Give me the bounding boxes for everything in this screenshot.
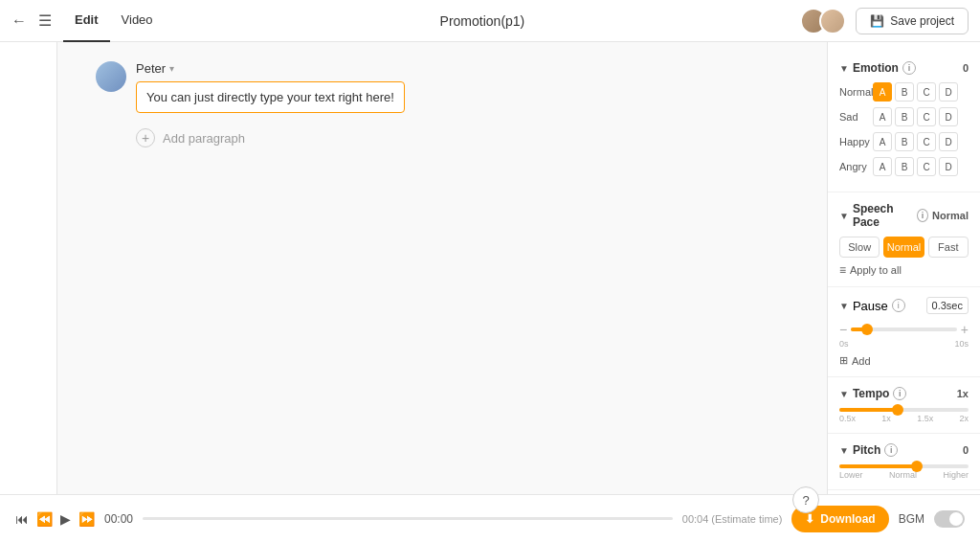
emotion-happy-d[interactable]: D xyxy=(939,132,958,151)
left-sidebar xyxy=(0,42,57,494)
step-back-button[interactable]: ⏪ xyxy=(36,511,53,527)
pause-header: ▼ Pause i 0.3sec xyxy=(839,297,969,314)
header-right: 💾 Save project xyxy=(800,8,969,34)
author-name-row: Peter ▾ xyxy=(136,61,789,76)
time-current: 00:00 xyxy=(104,512,133,526)
pause-max-label: 10s xyxy=(954,339,969,349)
speech-pace-header[interactable]: ▼ Speech Pace i Normal xyxy=(839,202,969,229)
speech-pace-info-icon: i xyxy=(917,209,928,222)
pause-chevron-icon: ▼ xyxy=(839,301,849,311)
pitch-normal-label: Normal xyxy=(889,470,917,480)
pace-fast[interactable]: Fast xyxy=(928,237,969,258)
add-paragraph-button[interactable]: + Add paragraph xyxy=(136,128,789,147)
bgm-label: BGM xyxy=(899,512,924,526)
pitch-slider-fill xyxy=(839,464,917,468)
tempo-max-label: 2x xyxy=(959,414,969,423)
avatar-2 xyxy=(819,8,846,34)
back-button[interactable]: ← xyxy=(11,12,27,30)
emotion-angry-buttons: A B C D xyxy=(873,157,958,176)
progress-bar[interactable] xyxy=(143,517,673,520)
pause-value: 0.3sec xyxy=(926,297,969,314)
emotion-value: 0 xyxy=(963,62,969,74)
pace-normal[interactable]: Normal xyxy=(883,237,924,258)
text-input-box[interactable]: You can just directly type your text rig… xyxy=(136,81,405,113)
step-forward-button[interactable]: ⏩ xyxy=(78,511,95,527)
tempo-slider-track[interactable] xyxy=(839,408,969,412)
download-icon: ⬇ xyxy=(805,512,814,526)
emotion-label: Emotion xyxy=(853,61,899,75)
emotion-sad-d[interactable]: D xyxy=(939,107,958,126)
bgm-toggle[interactable] xyxy=(934,510,965,528)
pace-slow[interactable]: Slow xyxy=(839,237,880,258)
emotion-sad-label: Sad xyxy=(839,111,873,123)
emotion-sad-c[interactable]: C xyxy=(917,107,936,126)
emotion-normal-c[interactable]: C xyxy=(917,82,936,102)
header: ← ☰ Edit Video Promotion(p1) 💾 Save proj… xyxy=(0,0,980,42)
add-label: Add xyxy=(852,355,871,367)
tempo-label: Tempo xyxy=(853,387,889,400)
skip-to-start-button[interactable]: ⏮ xyxy=(15,511,29,527)
pitch-label: Pitch xyxy=(853,443,880,457)
add-paragraph-icon: + xyxy=(136,128,155,147)
tempo-header[interactable]: ▼ Tempo i 1x xyxy=(839,387,969,400)
pitch-slider-thumb[interactable] xyxy=(911,461,923,472)
pace-buttons: Slow Normal Fast xyxy=(839,237,969,258)
pause-plus-icon[interactable]: + xyxy=(961,322,969,337)
pause-add-button[interactable]: ⊞ Add xyxy=(839,354,969,367)
tab-edit[interactable]: Edit xyxy=(63,0,110,42)
emotion-happy-c[interactable]: C xyxy=(917,132,936,151)
emotion-happy-b[interactable]: B xyxy=(895,132,914,151)
pitch-header[interactable]: ▼ Pitch i 0 xyxy=(839,443,969,457)
speech-pace-section: ▼ Speech Pace i Normal Slow Normal Fast … xyxy=(828,192,980,287)
help-button[interactable]: ? xyxy=(792,486,819,513)
pause-minus-icon[interactable]: − xyxy=(839,322,847,337)
pitch-labels: Lower Normal Higher xyxy=(839,470,969,480)
pause-label: Pause xyxy=(853,299,888,313)
tempo-info-icon: i xyxy=(893,387,906,400)
emotion-info-icon: i xyxy=(902,61,916,75)
emotion-section: ▼ Emotion i 0 Normal A B C D Sad A xyxy=(828,52,980,192)
pitch-slider-track[interactable] xyxy=(839,464,969,468)
menu-button[interactable]: ☰ xyxy=(38,11,52,30)
pitch-info-icon: i xyxy=(884,443,898,457)
emotion-sad-a[interactable]: A xyxy=(873,107,892,126)
emotion-header[interactable]: ▼ Emotion i 0 xyxy=(839,61,969,75)
emotion-normal-a[interactable]: A xyxy=(873,82,892,102)
pause-slider-thumb[interactable] xyxy=(861,324,873,335)
save-label: Save project xyxy=(890,14,954,28)
save-button[interactable]: 💾 Save project xyxy=(856,8,969,34)
emotion-happy-a[interactable]: A xyxy=(873,132,892,151)
emotion-angry-a[interactable]: A xyxy=(873,157,892,176)
play-button[interactable]: ▶ xyxy=(60,511,71,527)
emotion-normal-buttons: A B C D xyxy=(873,82,958,102)
transport-controls: ⏮ ⏪ ▶ ⏩ xyxy=(15,511,95,527)
tempo-slider-fill xyxy=(839,408,898,412)
emotion-normal-b[interactable]: B xyxy=(895,82,914,102)
pause-slider-track[interactable] xyxy=(851,327,957,331)
emotion-angry-b[interactable]: B xyxy=(895,157,914,176)
author-chevron-icon: ▾ xyxy=(169,63,174,74)
emotion-angry-d[interactable]: D xyxy=(939,157,958,176)
tempo-labels: 0.5x 1x 1.5x 2x xyxy=(839,414,969,423)
pitch-chevron-icon: ▼ xyxy=(839,445,849,456)
tempo-value: 1x xyxy=(957,388,969,399)
tempo-slider-thumb[interactable] xyxy=(892,404,903,416)
tab-video[interactable]: Video xyxy=(110,0,165,42)
apply-all-button[interactable]: ≡ Apply to all xyxy=(839,263,969,277)
apply-all-icon: ≡ xyxy=(839,263,846,277)
emotion-sad-b[interactable]: B xyxy=(895,107,914,126)
download-label: Download xyxy=(820,512,875,526)
emotion-row-happy: Happy A B C D xyxy=(839,132,969,151)
pitch-lower-label: Lower xyxy=(839,470,863,480)
bgm-toggle-thumb xyxy=(949,512,963,526)
emotion-normal-d[interactable]: D xyxy=(939,82,958,102)
emotion-chevron-icon: ▼ xyxy=(839,63,849,74)
editor-area: Peter ▾ You can just directly type your … xyxy=(57,42,827,494)
pause-slider-labels: 0s 10s xyxy=(839,339,969,349)
apply-all-label: Apply to all xyxy=(850,264,902,276)
right-panel: ▼ Emotion i 0 Normal A B C D Sad A xyxy=(827,42,980,494)
time-estimate: 00:04 (Estimate time) xyxy=(682,513,783,525)
emotion-angry-c[interactable]: C xyxy=(917,157,936,176)
speech-pace-label: Speech Pace xyxy=(853,202,913,229)
emotion-sad-buttons: A B C D xyxy=(873,107,958,126)
